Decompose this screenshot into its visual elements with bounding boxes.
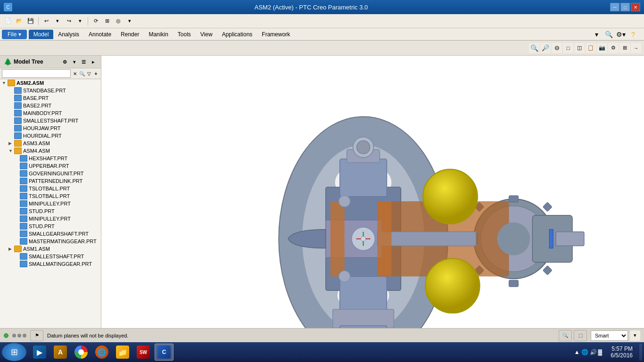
- tree-item-mastermatinggear[interactable]: MASTERMATINGGEAR.PRT: [0, 238, 101, 245]
- tree-more-button[interactable]: ▸: [89, 58, 97, 66]
- tree-item-asm1[interactable]: ▶ASM1.ASM: [0, 245, 101, 253]
- tree-item-minipulley1[interactable]: MINIPULLEY.PRT: [0, 200, 101, 207]
- model-menu[interactable]: Model: [29, 30, 54, 39]
- tree-item-asm4[interactable]: ▼ASM4.ASM: [0, 147, 101, 155]
- file-menu[interactable]: File ▾: [2, 30, 27, 39]
- analysis-menu[interactable]: Analysis: [53, 30, 84, 39]
- taskbar-clock[interactable]: 5:57 PM 6/5/2016: [607, 346, 636, 359]
- taskbar-solidworks-button[interactable]: SW: [134, 344, 153, 361]
- applications-menu[interactable]: Applications: [217, 30, 257, 39]
- 3d-viewport[interactable]: [101, 56, 644, 328]
- system-tray-icons: ▲ 🌐 🔊 ▓: [572, 349, 604, 355]
- framework-menu[interactable]: Framework: [257, 30, 295, 39]
- tree-item-asm2[interactable]: ▼ASM2.ASM: [0, 79, 101, 87]
- tree-search-input[interactable]: [2, 69, 71, 78]
- tree-item-patternedlink[interactable]: PATTERNEDLINK.PRT: [0, 177, 101, 185]
- render-menu[interactable]: Render: [116, 30, 144, 39]
- tree-label-stud2: STUD.PRT: [29, 223, 55, 229]
- tray-volume[interactable]: 🔊: [590, 349, 597, 355]
- save-view-button[interactable]: 📋: [586, 43, 596, 53]
- tree-item-tslotball1[interactable]: TSLOTBALL.PRT: [0, 185, 101, 192]
- tree-label-minipulley1: MINIPULLEY.PRT: [29, 201, 71, 206]
- tree-label-smallestshaft: SMALLESTSHAFT.PRT: [23, 118, 78, 123]
- tree-item-base[interactable]: BASE.PRT: [0, 94, 101, 102]
- minimize-button[interactable]: ─: [610, 3, 619, 11]
- tree-settings-button[interactable]: ⚙: [60, 58, 69, 66]
- taskbar-explorer-button[interactable]: 📁: [113, 344, 132, 361]
- tree-item-smallmatinggear[interactable]: SMALLMATINGGEAR.PRT: [0, 260, 101, 268]
- view-grid-button[interactable]: ⊞: [619, 43, 630, 53]
- open-button[interactable]: 📂: [14, 16, 25, 26]
- save-button[interactable]: 💾: [25, 16, 36, 26]
- close-button[interactable]: ✕: [631, 3, 640, 11]
- undo-button[interactable]: ↩: [41, 16, 51, 26]
- tree-item-stud2[interactable]: STUD.PRT: [0, 222, 101, 230]
- tree-filter-button[interactable]: ▽: [86, 69, 92, 78]
- tree-add-button[interactable]: +: [93, 69, 99, 78]
- tree-item-smallestshaft[interactable]: SMALLESTSHAFT.PRT: [0, 117, 101, 124]
- taskbar-creo-button[interactable]: C: [155, 344, 173, 361]
- status-flag-button[interactable]: ⚑: [30, 330, 43, 341]
- tree-item-tslotball2[interactable]: TSLOTBALL.PRT: [0, 192, 101, 200]
- asm-icon-asm1: [14, 246, 22, 252]
- prt-icon-mastermatinggear: [20, 238, 27, 245]
- regenerate-button[interactable]: ⟳: [91, 16, 101, 26]
- view-menu[interactable]: View: [196, 30, 217, 39]
- zoom-in-button[interactable]: 🔍: [529, 43, 539, 53]
- tree-search-button[interactable]: 🔍: [79, 69, 85, 78]
- taskbar-chrome-button[interactable]: [72, 344, 91, 361]
- tree-item-minipulley2[interactable]: MINIPULLEY.PRT: [0, 215, 101, 222]
- viewport-toolbar: 🔍 🔎 ⊖ □ ◫ 📋 📷 ⚙ ⊞ →: [0, 41, 644, 56]
- zoom-out-button[interactable]: 🔎: [540, 43, 551, 53]
- display-settings-button[interactable]: ⚙: [608, 43, 619, 53]
- tree-item-smallestshaft2[interactable]: SMALLESTSHAFT.PRT: [0, 253, 101, 260]
- show-desktop-button[interactable]: [639, 344, 642, 361]
- help-button[interactable]: ?: [628, 29, 638, 40]
- search-status-button[interactable]: 🔍: [559, 330, 572, 341]
- taskbar-media-button[interactable]: ▶: [30, 344, 49, 361]
- tree-item-upperbar[interactable]: UPPERBAR.PRT: [0, 162, 101, 170]
- screenshot-button[interactable]: 📷: [597, 43, 607, 53]
- zoom-fit-button[interactable]: ⊖: [552, 43, 562, 53]
- layers-button[interactable]: ⬚: [574, 330, 587, 341]
- named-view-button[interactable]: ◫: [574, 43, 585, 53]
- redo-button[interactable]: ↪: [64, 16, 74, 26]
- tree-item-stud1[interactable]: STUD.PRT: [0, 207, 101, 215]
- window-select-button[interactable]: □: [563, 43, 573, 53]
- selection-filter-dropdown[interactable]: Smart Geometry Feature Body Quilts: [591, 330, 628, 341]
- tree-item-base2[interactable]: BASE2.PRT: [0, 102, 101, 109]
- maximize-button[interactable]: □: [620, 3, 630, 11]
- tree-dropdown-button[interactable]: ▾: [70, 58, 78, 66]
- tree-item-governingunit[interactable]: GOVERNINGUNIT.PRT: [0, 170, 101, 177]
- tree-item-asm3[interactable]: ▶ASM3.ASM: [0, 140, 101, 147]
- tree-item-hourjaw[interactable]: HOURJAW.PRT: [0, 124, 101, 132]
- smart-dropdown-arrow[interactable]: ▾: [630, 330, 640, 341]
- redo-dropdown[interactable]: ▾: [75, 16, 85, 26]
- taskbar-firefox-button[interactable]: 🌐: [92, 344, 111, 361]
- tree-label-tslotball1: TSLOTBALL.PRT: [29, 186, 70, 191]
- tree-item-smallgearshaft[interactable]: SMALLGEARSHAFT.PRT: [0, 230, 101, 238]
- new-button[interactable]: 📄: [3, 16, 13, 26]
- next-view-button[interactable]: →: [631, 43, 641, 53]
- settings-button[interactable]: ⚙▾: [616, 29, 626, 40]
- search-help-button[interactable]: ▾: [591, 29, 602, 40]
- taskbar-arx-button[interactable]: A: [51, 344, 70, 361]
- manikin-menu[interactable]: Manikin: [144, 30, 173, 39]
- search-button[interactable]: 🔍: [603, 29, 614, 40]
- tree-item-hexshaft[interactable]: HEXSHAFT.PRT: [0, 155, 101, 162]
- tree-item-mainbody[interactable]: MAINBODY.PRT: [0, 109, 101, 117]
- tree-clear-button[interactable]: ✕: [72, 69, 78, 78]
- tray-arrow[interactable]: ▲: [574, 349, 580, 355]
- tools-menu[interactable]: Tools: [173, 30, 196, 39]
- prt-icon-stud1: [20, 208, 27, 214]
- tree-item-standbase[interactable]: STANDBASE.PRT: [0, 87, 101, 94]
- view-manager-button[interactable]: ⊞: [102, 16, 112, 26]
- start-button[interactable]: ⊞: [2, 343, 26, 361]
- tree-item-hourdial[interactable]: HOURDIAL.PRT: [0, 132, 101, 140]
- undo-dropdown[interactable]: ▾: [52, 16, 63, 26]
- extra-button[interactable]: ◎: [113, 16, 124, 26]
- annotate-menu[interactable]: Annotate: [84, 30, 116, 39]
- svg-point-31: [357, 140, 370, 154]
- tree-expand-button[interactable]: ☰: [79, 58, 88, 66]
- more-button[interactable]: ▾: [124, 16, 135, 26]
